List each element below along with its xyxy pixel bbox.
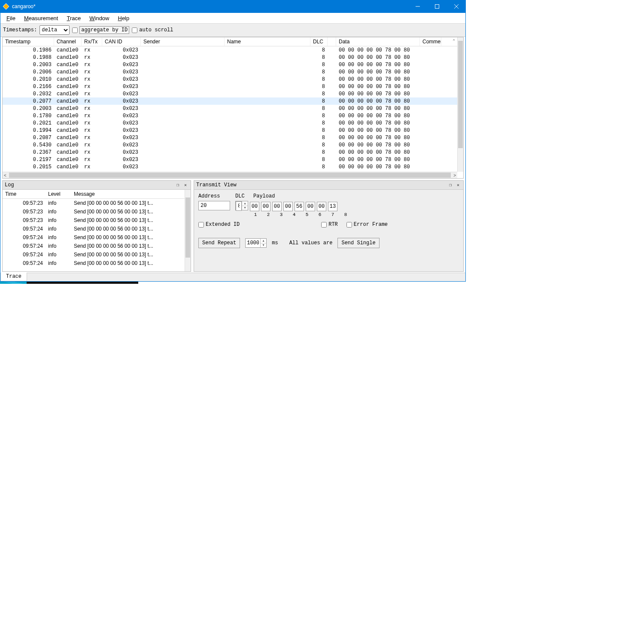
trace-col-name[interactable]: Name: [225, 37, 310, 46]
trace-body[interactable]: 0.1986candle0rx0x023800 00 00 00 00 78 0…: [3, 46, 463, 178]
send-single-button[interactable]: Send Single: [337, 238, 379, 248]
trace-toolbar: Timestamps: delta aggregate by ID auto s…: [0, 24, 465, 37]
trace-col-sender[interactable]: Sender: [141, 37, 225, 46]
log-body[interactable]: 09:57:23infoSend [00 00 00 00 56 00 00 1…: [3, 199, 191, 267]
log-row[interactable]: 09:57:24infoSend [00 00 00 00 56 00 00 1…: [3, 259, 191, 267]
trace-col-timestamp[interactable]: Timestamp: [3, 37, 54, 46]
payload-byte-7[interactable]: [317, 202, 326, 211]
lower-panels: Log ❐ ✕ Time Level Message 09:57:23infoS…: [0, 180, 465, 273]
payload-index-label: 4: [289, 212, 300, 217]
payload-index-label: 6: [314, 212, 325, 217]
extended-id-checkbox[interactable]: Extended ID: [198, 222, 240, 228]
payload-byte-6[interactable]: [306, 202, 315, 211]
menu-file[interactable]: File: [2, 14, 20, 23]
log-row[interactable]: 09:57:24infoSend [00 00 00 00 56 00 00 1…: [3, 233, 191, 242]
dlc-up-icon[interactable]: ▲: [242, 201, 248, 206]
timestamps-select[interactable]: delta: [39, 25, 70, 35]
trace-col-canid[interactable]: CAN ID: [102, 37, 141, 46]
trace-row[interactable]: 0.1780candle0rx0x023800 00 00 00 00 78 0…: [3, 112, 463, 119]
trace-row[interactable]: 0.2367candle0rx0x023800 00 00 00 00 78 0…: [3, 149, 463, 156]
repeat-ms-input[interactable]: [246, 239, 260, 247]
trace-row[interactable]: 0.5430candle0rx0x023800 00 00 00 00 78 0…: [3, 141, 463, 149]
log-row[interactable]: 09:57:24infoSend [00 00 00 00 56 00 00 1…: [3, 242, 191, 250]
close-button[interactable]: [447, 0, 466, 13]
payload-byte-5[interactable]: [295, 202, 304, 211]
trace-vertical-scrollbar[interactable]: [457, 37, 463, 172]
rtr-checkbox[interactable]: RTR: [321, 222, 338, 228]
trace-row[interactable]: 0.1994candle0rx0x023800 00 00 00 00 78 0…: [3, 127, 463, 134]
send-repeat-button[interactable]: Send Repeat: [198, 238, 240, 248]
log-row[interactable]: 09:57:24infoSend [00 00 00 00 56 00 00 1…: [3, 225, 191, 233]
auto-scroll-input[interactable]: [132, 27, 137, 33]
payload-byte-2[interactable]: [261, 202, 270, 211]
maximize-button[interactable]: [427, 0, 447, 13]
transmit-panel-header: Transmit View ❐ ✕: [194, 181, 463, 190]
repeat-ms-spinner[interactable]: ▲▼: [245, 238, 267, 248]
menu-bar: File Measurement Trace Window Help: [0, 13, 465, 24]
payload-byte-8[interactable]: [328, 202, 337, 211]
log-header: Time Level Message: [3, 190, 191, 199]
trace-col-rxtx[interactable]: Rx/Tx: [82, 37, 102, 46]
taskbar-stub: [0, 282, 466, 284]
menu-measurement[interactable]: Measurement: [20, 14, 63, 23]
trace-header: Timestamp Channel Rx/Tx CAN ID Sender Na…: [3, 37, 463, 46]
trace-row[interactable]: 0.2087candle0rx0x023800 00 00 00 00 78 0…: [3, 134, 463, 141]
trace-col-data[interactable]: Data: [336, 37, 420, 46]
trace-horizontal-scrollbar[interactable]: <>: [3, 172, 457, 178]
payload-byte-4[interactable]: [283, 202, 293, 211]
trace-row[interactable]: 0.1988candle0rx0x023800 00 00 00 00 78 0…: [3, 54, 463, 61]
payload-byte-1[interactable]: [250, 202, 259, 211]
trace-row[interactable]: 0.2077candle0rx0x023800 00 00 00 00 78 0…: [3, 97, 463, 105]
trace-row[interactable]: 0.2010candle0rx0x023800 00 00 00 00 78 0…: [3, 76, 463, 83]
log-row[interactable]: 09:57:23infoSend [00 00 00 00 56 00 00 1…: [3, 216, 191, 225]
log-col-time[interactable]: Time: [3, 190, 46, 198]
aggregate-by-id-input[interactable]: [72, 27, 78, 33]
transmit-close-icon[interactable]: ✕: [455, 182, 461, 188]
payload-index-label: 2: [263, 212, 274, 217]
dlc-down-icon[interactable]: ▼: [242, 206, 248, 210]
trace-row[interactable]: 0.2003candle0rx0x023800 00 00 00 00 78 0…: [3, 105, 463, 112]
trace-row[interactable]: 0.2197candle0rx0x023800 00 00 00 00 78 0…: [3, 156, 463, 163]
trace-row[interactable]: 0.2003candle0rx0x023800 00 00 00 00 78 0…: [3, 61, 463, 68]
payload-byte-3[interactable]: [272, 202, 282, 211]
trace-row[interactable]: 0.2021candle0rx0x023800 00 00 00 00 78 0…: [3, 119, 463, 127]
extended-id-label: Extended ID: [206, 222, 240, 228]
error-frame-checkbox[interactable]: Error Frame: [346, 222, 388, 228]
dlc-label: DLC: [235, 193, 248, 199]
trace-col-channel[interactable]: Channel: [54, 37, 82, 46]
aggregate-by-id-checkbox[interactable]: aggregate by ID: [72, 26, 129, 34]
dlc-input[interactable]: [236, 201, 242, 211]
ms-label: ms: [272, 240, 278, 246]
trace-row[interactable]: 0.1986candle0rx0x023800 00 00 00 00 78 0…: [3, 46, 463, 54]
payload-bytes: [250, 202, 351, 211]
log-col-level[interactable]: Level: [46, 190, 71, 198]
tab-trace[interactable]: Trace: [0, 273, 27, 281]
log-row[interactable]: 09:57:24infoSend [00 00 00 00 56 00 00 1…: [3, 250, 191, 259]
log-close-icon[interactable]: ✕: [182, 182, 188, 188]
trace-col-comment[interactable]: Commer: [420, 37, 441, 46]
log-restore-icon[interactable]: ❐: [175, 182, 181, 188]
log-row[interactable]: 09:57:23infoSend [00 00 00 00 56 00 00 1…: [3, 199, 191, 207]
payload-index-label: 3: [276, 212, 287, 217]
transmit-restore-icon[interactable]: ❐: [447, 182, 453, 188]
menu-trace[interactable]: Trace: [62, 14, 85, 23]
menu-help[interactable]: Help: [113, 14, 134, 23]
trace-row[interactable]: 0.2015candle0rx0x023800 00 00 00 00 78 0…: [3, 163, 463, 170]
repeat-up-icon[interactable]: ▲: [261, 239, 266, 243]
log-vertical-scrollbar[interactable]: [185, 190, 191, 271]
trace-panel: Timestamp Channel Rx/Tx CAN ID Sender Na…: [2, 37, 464, 179]
trace-row[interactable]: 0.2032candle0rx0x023800 00 00 00 00 78 0…: [3, 90, 463, 97]
timestamps-label: Timestamps:: [3, 27, 37, 33]
address-input[interactable]: [198, 201, 230, 210]
log-col-message[interactable]: Message: [71, 190, 185, 198]
minimize-button[interactable]: [408, 0, 427, 13]
transmit-panel-title: Transmit View: [196, 182, 237, 188]
trace-row[interactable]: 0.2166candle0rx0x023800 00 00 00 00 78 0…: [3, 83, 463, 90]
trace-row[interactable]: 0.2006candle0rx0x023800 00 00 00 00 78 0…: [3, 68, 463, 76]
dlc-spinner[interactable]: ▲▼: [235, 201, 248, 210]
repeat-down-icon[interactable]: ▼: [261, 243, 266, 248]
log-row[interactable]: 09:57:23infoSend [00 00 00 00 56 00 00 1…: [3, 207, 191, 216]
auto-scroll-checkbox[interactable]: auto scroll: [132, 27, 173, 33]
trace-col-dlc[interactable]: DLC: [310, 37, 328, 46]
menu-window[interactable]: Window: [85, 14, 113, 23]
